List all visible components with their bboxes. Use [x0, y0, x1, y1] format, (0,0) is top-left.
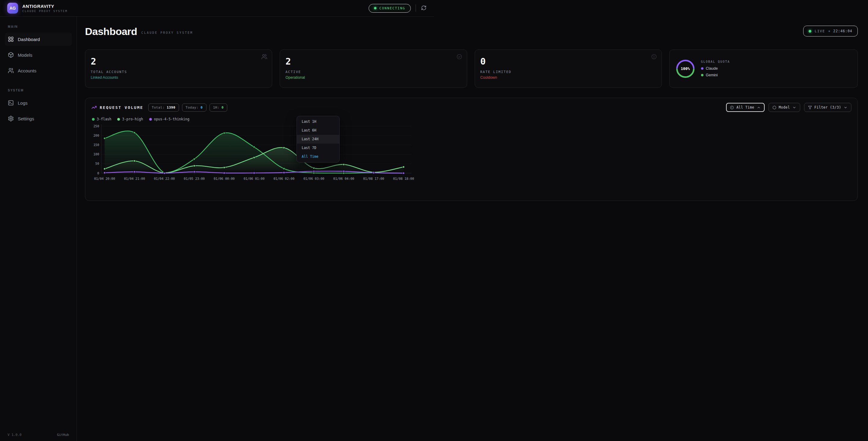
app-header: AG ANTIGRAVITY CLAUDE PROXY SYSTEM CONNE… [0, 0, 434, 17]
section-label-system: SYSTEM [8, 89, 69, 92]
cube-icon [8, 52, 14, 58]
svg-text:01/04 20:00: 01/04 20:00 [94, 177, 115, 180]
trending-up-icon [91, 105, 97, 110]
logo-text: AG [10, 6, 16, 10]
page-subtitle: CLAUDE PROXY SYSTEM [141, 31, 193, 34]
svg-text:01/08 17:00: 01/08 17:00 [363, 177, 384, 180]
users-icon [8, 67, 14, 74]
menu-item-last-1h[interactable]: Last 1H [297, 117, 339, 126]
sidebar-item-logs[interactable]: Logs [5, 96, 72, 110]
stat-label: TOTAL ACCOUNTS [91, 70, 267, 74]
svg-text:01/06 02:00: 01/06 02:00 [273, 177, 294, 180]
chart-header: REQUEST VOLUME Total: 1390 Today: 0 1H: … [91, 103, 434, 112]
svg-text:01/04 21:00: 01/04 21:00 [124, 177, 145, 180]
stat-cards-row: 2 TOTAL ACCOUNTS Linked Accounts 2 ACTIV… [85, 50, 434, 88]
svg-text:200: 200 [93, 134, 99, 137]
menu-item-last-24h[interactable]: Last 24H [297, 135, 339, 144]
sidebar-item-accounts[interactable]: Accounts [5, 64, 72, 77]
sidebar-item-models[interactable]: Models [5, 48, 72, 62]
series-name: 3-pro-high [122, 117, 143, 121]
svg-text:50: 50 [95, 162, 99, 165]
header-divider [415, 4, 416, 12]
request-volume-panel: REQUEST VOLUME Total: 1390 Today: 0 1H: … [85, 98, 434, 201]
svg-text:01/08 18:00: 01/08 18:00 [393, 177, 414, 180]
header-right: CONNECTING [369, 4, 427, 13]
legend-item-3-flash: 3-flash [92, 117, 111, 121]
connection-status-badge[interactable]: CONNECTING [369, 4, 411, 13]
main-content: Dashboard CLAUDE PROXY SYSTEM LIVE 22:46… [77, 17, 434, 220]
svg-text:01/06 04:00: 01/06 04:00 [333, 177, 354, 180]
badge-value: 0 [201, 106, 203, 110]
sidebar-item-label: Dashboard [18, 37, 40, 42]
brand-block: ANTIGRAVITY CLAUDE PROXY SYSTEM [22, 4, 67, 13]
stat-sublabel: Linked Accounts [91, 76, 267, 80]
stat-value: 2 [285, 56, 434, 67]
users-icon [261, 54, 267, 61]
app-logo: AG [7, 3, 18, 13]
hour-badge: 1H: 0 [210, 104, 227, 112]
legend-item-3-pro-high: 3-pro-high [117, 117, 143, 121]
menu-item-last-6h[interactable]: Last 6H [297, 126, 339, 135]
refresh-icon [421, 5, 427, 10]
sidebar: MAIN Dashboard Models Accounts SYSTEM [0, 17, 77, 220]
connection-status-label: CONNECTING [379, 6, 405, 10]
series-dot-icon [92, 118, 95, 121]
app-title: ANTIGRAVITY [22, 4, 67, 9]
grid-icon [8, 36, 14, 42]
series-name: opus-4-5-thinking [154, 117, 190, 121]
badge-label: 1H: [213, 106, 219, 110]
request-volume-chart: 05010015020025001/04 20:0001/04 21:0001/… [91, 122, 418, 184]
svg-text:250: 250 [93, 124, 99, 128]
refresh-button[interactable] [421, 5, 427, 11]
sidebar-item-label: Settings [18, 116, 34, 121]
svg-text:01/05 23:00: 01/05 23:00 [184, 177, 205, 180]
sidebar-section-system: SYSTEM Logs Settings [5, 88, 72, 127]
stat-label: ACTIVE [285, 70, 434, 74]
badge-label: Today: [186, 106, 198, 110]
sidebar-item-label: Logs [18, 100, 28, 106]
badge-label: Total: [152, 106, 165, 110]
legend-item-opus: opus-4-5-thinking [149, 117, 190, 121]
svg-text:01/06 00:00: 01/06 00:00 [214, 177, 235, 180]
chart-title: REQUEST VOLUME [100, 105, 144, 110]
series-name: 3-flash [97, 117, 111, 121]
section-label-main: MAIN [8, 25, 69, 28]
series-dot-icon [149, 118, 152, 121]
sidebar-item-settings[interactable]: Settings [5, 112, 72, 125]
badge-value: 1390 [167, 106, 176, 110]
card-active: 2 ACTIVE Operational [280, 50, 434, 88]
svg-text:100: 100 [93, 152, 99, 156]
series-dot-icon [117, 118, 120, 121]
today-badge: Today: 0 [182, 104, 207, 112]
page-title-row: Dashboard CLAUDE PROXY SYSTEM LIVE 22:46… [85, 26, 434, 37]
app-subtitle: CLAUDE PROXY SYSTEM [22, 10, 67, 13]
sidebar-item-label: Models [18, 53, 32, 58]
svg-text:01/04 22:00: 01/04 22:00 [154, 177, 175, 180]
menu-item-last-7d[interactable]: Last 7D [297, 144, 339, 152]
gear-icon [8, 116, 14, 122]
page-title: Dashboard [85, 26, 137, 37]
sidebar-item-dashboard[interactable]: Dashboard [5, 33, 72, 46]
svg-text:150: 150 [93, 143, 99, 147]
chart-legend: 3-flash 3-pro-high opus-4-5-thinking [92, 117, 434, 121]
stat-value: 2 [91, 56, 267, 67]
card-total-accounts: 2 TOTAL ACCOUNTS Linked Accounts [85, 50, 272, 88]
svg-text:01/06 01:00: 01/06 01:00 [244, 177, 265, 180]
menu-item-all-time[interactable]: All Time [297, 152, 339, 161]
terminal-icon [8, 100, 14, 106]
total-badge: Total: 1390 [148, 104, 179, 112]
status-dot-icon [374, 7, 376, 9]
svg-text:01/06 03:00: 01/06 03:00 [304, 177, 324, 180]
badge-value: 0 [221, 106, 224, 110]
sidebar-item-label: Accounts [18, 68, 36, 73]
time-range-dropdown: Last 1H Last 6H Last 24H Last 7D All Tim… [297, 116, 340, 163]
sidebar-section-main: MAIN Dashboard Models Accounts [5, 24, 72, 80]
svg-text:0: 0 [97, 171, 99, 175]
stat-sublabel: Operational [285, 76, 434, 80]
